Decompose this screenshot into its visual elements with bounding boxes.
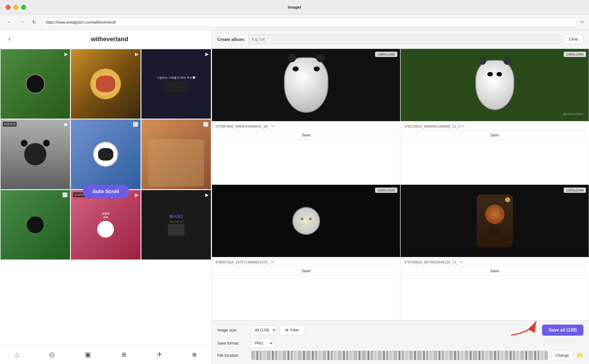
image-card-info: 379057018_1475713869921075_ ✏ Save xyxy=(212,257,400,278)
grid-item[interactable]: 사랑하는 가족들과 해피 추석🎑 ▶ xyxy=(141,49,211,119)
grid-item-video-icon: ▶ xyxy=(64,122,68,127)
image-card-thumbnail: 1080x1920 xyxy=(212,185,400,257)
clear-button[interactable]: Clear xyxy=(564,34,583,44)
change-location-button[interactable]: Change xyxy=(551,351,573,360)
profile-back-button[interactable]: ‹ xyxy=(8,36,10,43)
folder-icon[interactable]: 📁 xyxy=(576,352,583,359)
grid-item-image-icon: ⬜ xyxy=(133,122,138,127)
edit-filename-icon[interactable]: ✏ xyxy=(271,124,274,128)
right-panel: Create album: Clear xyxy=(212,30,589,364)
image-dimensions: 1080x1080 xyxy=(375,52,397,57)
grid-item-video-icon: ▶ xyxy=(205,192,209,198)
image-dimensions: 1080x1920 xyxy=(375,188,397,193)
nav-add-icon[interactable]: ⊕ xyxy=(121,351,127,358)
nav-home-icon[interactable]: ⌂ xyxy=(15,351,19,358)
bookmark-icon[interactable]: ✂ xyxy=(580,19,585,25)
save-format-row: Save format: PNG JPG WEBP xyxy=(217,338,583,348)
image-card: @witheverland 1080x1080 378115810_686859… xyxy=(400,49,589,185)
grid-item-image-icon: ⬜ xyxy=(203,122,209,127)
edit-filename-icon[interactable]: ✏ xyxy=(271,260,274,264)
grid-item-video-icon: ▶ xyxy=(135,192,138,198)
image-dimensions: 1080x1080 xyxy=(564,52,586,57)
image-card-thumbnail: @witheverland 1080x1080 xyxy=(401,49,589,121)
window-title: Imaget xyxy=(288,5,301,9)
nav-explore-icon[interactable]: ◎ xyxy=(49,351,55,358)
image-size-select[interactable]: All (139) xyxy=(251,325,276,335)
image-card-thumbnail: 1080x1080 xyxy=(212,49,400,121)
edit-filename-icon[interactable]: ✏ xyxy=(462,124,465,128)
image-card: 1080x1080 377687868_6863042468641_08_ ✏ … xyxy=(212,49,400,185)
minimize-button[interactable] xyxy=(13,5,18,10)
filter-icon: ⚙ xyxy=(285,328,289,332)
grid-item-video-icon: ▶ xyxy=(64,51,68,57)
image-card: 1365x2048 379700632_6874852834126_71_ ✏ … xyxy=(400,185,589,320)
maximize-button[interactable] xyxy=(21,5,26,10)
image-filename: 378115810_6868591168086_21_2 ✏ xyxy=(404,124,585,128)
image-size-label: Image size: xyxy=(217,328,248,332)
save-all-button[interactable]: Save all (139) xyxy=(542,325,583,336)
profile-name: witheverland xyxy=(16,36,203,43)
file-location-label: File location: xyxy=(217,353,248,358)
url-input[interactable] xyxy=(42,18,577,27)
save-format-select[interactable]: PNG JPG WEBP xyxy=(251,338,273,348)
titlebar: Imaget xyxy=(0,0,589,14)
bottom-nav: ⌂ ◎ ▣ ⊕ ✈ ▦ xyxy=(0,345,211,364)
image-card: 1080x1920 379057018_1475713869921075_ ✏ … xyxy=(212,185,400,320)
grid-item[interactable]: ⬜ xyxy=(141,119,211,189)
grid-item[interactable]: ▶ xyxy=(71,49,140,119)
filter-button[interactable]: ⚙ Filter xyxy=(280,325,304,335)
nav-reels-icon[interactable]: ▣ xyxy=(85,351,91,358)
file-location-row: File location: Change 📁 xyxy=(217,351,583,360)
grid-item[interactable]: 바은미미 ▶ xyxy=(1,119,70,189)
grid-item-badge: 바은미미 xyxy=(3,122,17,127)
grid-item[interactable]: ⬜ xyxy=(71,119,140,189)
image-card-info: 377687868_6863042468641_08_ ✏ Save xyxy=(212,121,400,142)
left-panel: ‹ witheverland ▶ xyxy=(0,30,212,364)
save-button[interactable]: Save xyxy=(404,266,585,275)
save-button[interactable]: Save xyxy=(404,131,585,139)
album-label: Create album: xyxy=(217,37,245,42)
navbar: ← → ↻ ✂ xyxy=(0,14,589,30)
back-button[interactable]: ← xyxy=(4,18,14,26)
image-card-info: 379700632_6874852834126_71_ ✏ Save xyxy=(401,257,589,278)
save-format-label: Save format: xyxy=(217,341,248,345)
reload-button[interactable]: ↻ xyxy=(30,18,39,26)
file-location-bar xyxy=(251,351,548,360)
auto-scroll-button[interactable]: Auto Scroll xyxy=(83,185,129,198)
grid-item-video-icon: ▶ xyxy=(135,51,138,57)
image-card-thumbnail: 1365x2048 xyxy=(401,185,589,257)
grid-item-video-icon: ▶ xyxy=(205,51,209,57)
traffic-lights xyxy=(6,5,26,10)
photo-grid: ▶ ▶ 사랑하는 가족들과 해피 추석🎑 xyxy=(1,49,211,260)
nav-messages-icon[interactable]: ✈ xyxy=(157,351,162,358)
image-card-info: 378115810_6868591168086_21_2 ✏ Save xyxy=(401,121,589,142)
right-panel-wrapper: Create album: Clear xyxy=(212,30,589,364)
album-bar: Create album: Clear xyxy=(212,30,589,49)
forward-button[interactable]: → xyxy=(17,18,27,26)
bottom-controls: Image size: All (139) ⚙ Filter Save all … xyxy=(212,320,589,364)
image-size-row: Image size: All (139) ⚙ Filter Save all … xyxy=(217,325,583,336)
image-dimensions: 1365x2048 xyxy=(564,188,586,193)
edit-filename-icon[interactable]: ✏ xyxy=(460,260,463,264)
grid-container[interactable]: ▶ ▶ 사랑하는 가족들과 해피 추석🎑 xyxy=(0,49,211,345)
close-button[interactable] xyxy=(6,5,11,10)
profile-header: ‹ witheverland xyxy=(0,30,211,49)
image-filename: 379700632_6874852834126_71_ ✏ xyxy=(404,260,585,264)
grid-item[interactable]: ▶ xyxy=(1,49,70,119)
save-button[interactable]: Save xyxy=(215,131,397,139)
grid-item-image-icon: ⬜ xyxy=(62,192,68,198)
main-layout: ‹ witheverland ▶ xyxy=(0,30,589,364)
images-grid: 1080x1080 377687868_6863042468641_08_ ✏ … xyxy=(212,49,589,320)
nav-profile-icon[interactable]: ▦ xyxy=(192,352,196,357)
image-filename: 377687868_6863042468641_08_ ✏ xyxy=(215,124,397,128)
album-input[interactable] xyxy=(248,34,560,44)
save-button[interactable]: Save xyxy=(215,266,397,275)
image-filename: 379057018_1475713869921075_ ✏ xyxy=(215,260,397,264)
